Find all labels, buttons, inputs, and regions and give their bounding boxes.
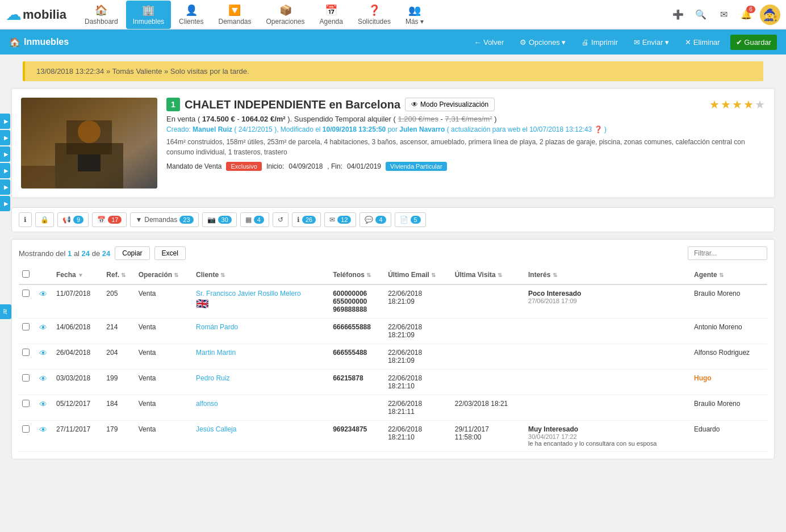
add-button[interactable]: ➕ (669, 6, 687, 24)
nav-clientes[interactable]: 👤 Clientes (172, 1, 210, 29)
notification-bell[interactable]: 🔔 6 (737, 6, 755, 24)
mas-icon: 👥 (408, 4, 421, 16)
copy-button[interactable]: Copiar (115, 246, 149, 260)
client-link[interactable]: Román Pardo (196, 323, 238, 331)
tab-file[interactable]: 📄 5 (395, 212, 426, 227)
row-checkbox[interactable] (22, 374, 30, 382)
bottom-left-button[interactable]: ar (0, 304, 11, 319)
nav-agenda[interactable]: 📅 Agenda (313, 1, 350, 29)
row-checkbox-cell (19, 344, 36, 370)
sale-price-m2: 1064.02 €/m² (241, 115, 285, 123)
sort-email-icon[interactable]: ⇅ (431, 272, 436, 278)
row-eye-icon[interactable]: 👁 (39, 374, 47, 383)
row-eye-icon[interactable]: 👁 (39, 349, 47, 358)
row-ultima-visita: 22/03/2018 18:21 (451, 395, 525, 421)
sort-interes-icon[interactable]: ⇅ (553, 272, 557, 278)
row-checkbox[interactable] (22, 425, 30, 433)
left-tab-4[interactable]: ▶ (0, 163, 10, 178)
nav-mas-label: Más ▾ (405, 18, 424, 26)
sort-cliente-icon[interactable]: ⇅ (220, 272, 225, 278)
client-link[interactable]: Pedro Ruiz (196, 374, 229, 382)
nav-solicitudes[interactable]: ❓ Solicitudes (351, 1, 398, 29)
flag-uk-icon: 🇬🇧 (196, 298, 208, 309)
row-ref: 214 (103, 319, 135, 344)
demands-table: Fecha ▼ Ref. ⇅ Operación ⇅ Cliente ⇅ (19, 266, 767, 452)
row-ultima-visita (451, 370, 525, 395)
left-tab-2[interactable]: ▶ (0, 130, 10, 145)
select-all-checkbox[interactable] (22, 270, 30, 278)
row-eye-icon[interactable]: 👁 (39, 323, 47, 332)
clientes-icon: 👤 (185, 4, 198, 16)
user-avatar[interactable]: 🧙 (760, 5, 780, 25)
client-link[interactable]: Jesús Calleja (196, 425, 236, 433)
delete-button[interactable]: ✕ Eliminar (679, 35, 726, 50)
row-checkbox[interactable] (22, 349, 30, 356)
left-tab-3[interactable]: ▶ (0, 146, 10, 162)
row-interes (525, 395, 691, 421)
tab-calendar[interactable]: 📅 17 (92, 212, 127, 227)
sort-tel-icon[interactable]: ⇅ (366, 272, 371, 278)
phone-3: 969888888 (333, 305, 367, 313)
mandate-start: 04/09/2018 (289, 162, 323, 170)
send-button[interactable]: ✉ Enviar ▾ (628, 35, 675, 50)
options-button[interactable]: ⚙ Opciones ▾ (514, 35, 571, 50)
star-3: ★ (732, 98, 742, 111)
sort-fecha-icon[interactable]: ▼ (78, 272, 83, 278)
tab-demandas[interactable]: ▼ Demandas 23 (130, 212, 198, 227)
save-button[interactable]: ✔ Guardar (730, 35, 777, 50)
star-rating: ★ ★ ★ ★ ★ (709, 98, 765, 111)
preview-button[interactable]: 👁 Modo Previsualización (405, 98, 495, 111)
star-5: ★ (755, 98, 765, 111)
row-checkbox[interactable] (22, 323, 30, 330)
back-button[interactable]: ← Volver (469, 35, 510, 50)
col-interes: Interés ⇅ (525, 266, 691, 284)
tab-photos[interactable]: 📷 30 (202, 212, 237, 227)
nav-inmuebles-label: Inmuebles (133, 18, 164, 26)
row-ultimo-email: 22/06/201818:21:09 (384, 284, 451, 319)
row-operacion: Venta (135, 395, 193, 421)
left-tab-1[interactable]: ▶ (0, 114, 10, 129)
nav-dashboard[interactable]: 🏠 Dashboard (78, 1, 125, 29)
col-fecha: Fecha ▼ (53, 266, 103, 284)
row-eye-icon[interactable]: 👁 (39, 400, 47, 409)
search-icon[interactable]: 🔍 (692, 6, 710, 24)
tab-lock[interactable]: 🔒 (35, 212, 54, 227)
tab-refresh[interactable]: ↺ (273, 212, 289, 227)
tab-email[interactable]: ✉ 12 (324, 212, 356, 227)
nav-inmuebles[interactable]: 🏢 Inmuebles (126, 1, 171, 29)
demandas-icon: 🔽 (228, 4, 241, 16)
row-checkbox[interactable] (22, 290, 30, 297)
tab-doc[interactable]: ▦ 4 (240, 212, 269, 227)
sort-op-icon[interactable]: ⇅ (174, 272, 178, 278)
sort-agente-icon[interactable]: ⇅ (719, 272, 724, 278)
tab-whatsapp[interactable]: 💬 4 (359, 212, 391, 227)
row-telefonos: 66215878 (329, 370, 384, 395)
row-eye-icon[interactable]: 👁 (39, 425, 47, 434)
print-button[interactable]: 🖨 Imprimir (576, 35, 624, 50)
left-tab-6[interactable]: ▶ (0, 196, 10, 211)
client-link[interactable]: Sr. Francisco Javier Rosillo Melero (196, 290, 301, 298)
tab-info2[interactable]: ℹ 26 (292, 212, 321, 227)
row-checkbox[interactable] (22, 400, 30, 407)
tab-info[interactable]: ℹ (19, 212, 32, 227)
nav-operaciones[interactable]: 📦 Operaciones (260, 1, 312, 29)
email-icon[interactable]: ✉ (714, 6, 733, 24)
nav-demandas[interactable]: 🔽 Demandas (211, 1, 258, 29)
interest-note: le ha encantado y lo consultara con su e… (528, 440, 687, 447)
sort-visita-icon[interactable]: ⇅ (497, 272, 502, 278)
row-eye-icon[interactable]: 👁 (39, 290, 47, 299)
logo[interactable]: ☁ mobilia (6, 5, 66, 24)
client-link[interactable]: Martin Martin (196, 349, 236, 357)
web-update-icon[interactable]: ❓ (594, 125, 603, 133)
sort-ref-icon[interactable]: ⇅ (121, 272, 126, 278)
excel-button[interactable]: Excel (154, 246, 186, 260)
top-navigation: ☁ mobilia 🏠 Dashboard 🏢 Inmuebles 👤 Clie… (0, 0, 786, 30)
tabs-bar: ℹ 🔒 📢 9 📅 17 ▼ Demandas 23 📷 30 ▦ 4 ↺ (11, 207, 775, 232)
filter-input[interactable] (688, 246, 767, 260)
nav-mas[interactable]: 👥 Más ▾ (399, 1, 430, 29)
left-tab-5[interactable]: ▶ (0, 179, 10, 195)
client-link[interactable]: alfonso (196, 400, 218, 408)
tab-megaphone[interactable]: 📢 9 (57, 212, 89, 227)
row-fecha: 05/12/2017 (53, 395, 103, 421)
mandate-badge: Exclusivo (226, 162, 261, 171)
